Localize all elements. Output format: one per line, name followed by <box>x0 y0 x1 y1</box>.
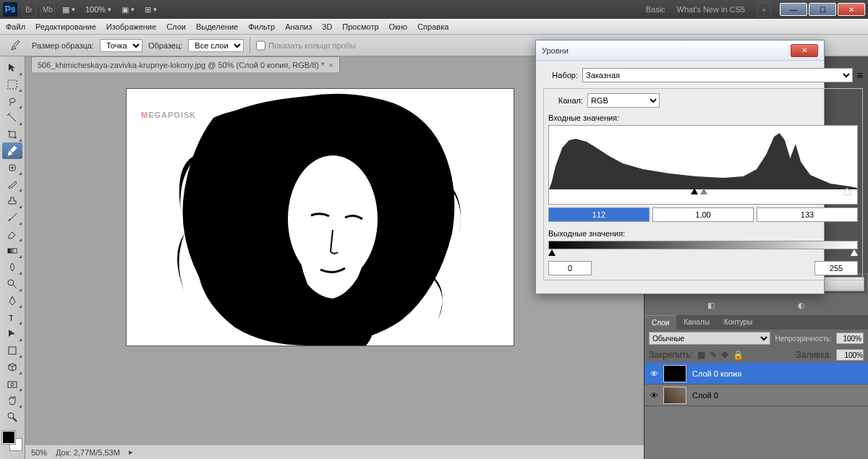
chevron-right-icon[interactable]: » <box>757 2 771 17</box>
input-black-field[interactable] <box>548 207 650 222</box>
layer-thumbnail[interactable] <box>663 387 686 404</box>
lock-position-icon[interactable]: ✥ <box>721 350 728 360</box>
current-tool-icon[interactable] <box>6 37 26 53</box>
fill-input[interactable] <box>836 349 864 361</box>
blend-mode-select[interactable]: Обычные <box>649 332 770 345</box>
layer-name[interactable]: Слой 0 <box>692 391 868 400</box>
lock-all-icon[interactable]: 🔒 <box>733 350 744 360</box>
brush-tool[interactable] <box>2 176 22 192</box>
menu-layer[interactable]: Слои <box>166 22 186 31</box>
layer-name[interactable]: Слой 0 копия <box>692 369 868 378</box>
lock-label: Закрепить: <box>649 350 693 360</box>
mb-icon[interactable]: Mb <box>41 2 55 17</box>
dialog-title: Уровни <box>542 46 569 55</box>
maximize-button[interactable]: ☐ <box>809 3 836 16</box>
minimize-button[interactable]: — <box>780 3 807 16</box>
show-ring-checkbox[interactable]: Показать кольцо пробы <box>256 39 356 52</box>
bridge-icon[interactable]: Br <box>22 2 36 17</box>
output-black-field[interactable] <box>548 261 592 275</box>
workspace-basic[interactable]: Basic <box>646 5 665 14</box>
output-white-field[interactable] <box>814 261 858 275</box>
ps-logo: Ps <box>3 2 17 17</box>
menu-3d[interactable]: 3D <box>322 22 332 31</box>
dialog-titlebar[interactable]: Уровни ✕ <box>536 40 824 61</box>
tab-close-icon[interactable]: × <box>328 61 333 69</box>
menu-image[interactable]: Изображение <box>106 22 156 31</box>
status-zoom[interactable]: 50% <box>31 448 47 457</box>
eraser-tool[interactable] <box>2 226 22 242</box>
menu-analysis[interactable]: Анализ <box>285 22 312 31</box>
svg-point-8 <box>8 413 14 419</box>
close-button[interactable]: ✕ <box>838 3 865 16</box>
sample-model-select[interactable]: Все слои <box>188 39 244 52</box>
output-gradient[interactable] <box>548 241 858 249</box>
hand-tool[interactable] <box>2 392 22 408</box>
pen-tool[interactable] <box>2 292 22 309</box>
visibility-icon[interactable]: 👁 <box>644 369 663 378</box>
input-white-slider[interactable] <box>843 188 851 194</box>
histogram[interactable] <box>548 125 858 205</box>
wand-tool[interactable] <box>2 109 22 126</box>
3d-tool[interactable] <box>2 359 22 375</box>
layer-row[interactable]: 👁 Слой 0 <box>644 385 868 406</box>
input-white-field[interactable] <box>757 207 858 222</box>
camera-tool[interactable] <box>2 375 22 392</box>
crop-tool[interactable] <box>2 126 22 142</box>
input-mid-slider[interactable] <box>700 188 707 194</box>
eyedropper-tool[interactable] <box>2 142 22 159</box>
svg-rect-6 <box>8 382 17 387</box>
healing-tool[interactable] <box>2 159 22 176</box>
lock-transparent-icon[interactable]: ▦ <box>697 350 705 360</box>
output-white-slider[interactable] <box>851 249 858 256</box>
type-tool[interactable]: T <box>2 309 22 325</box>
zoom-tool[interactable] <box>2 408 22 425</box>
zoom-dropdown[interactable]: 100% <box>82 4 114 15</box>
blur-tool[interactable] <box>2 259 22 275</box>
svg-text:T: T <box>9 314 14 322</box>
document-canvas[interactable]: MEGAPOISK <box>127 89 514 346</box>
shape-tool[interactable] <box>2 342 22 359</box>
workspace-whats-new[interactable]: What's New in CS5 <box>677 5 745 14</box>
fill-label: Заливка: <box>796 350 832 360</box>
move-tool[interactable] <box>2 59 22 76</box>
document-tab[interactable]: 506_khimicheskaya-zavivka-krupnye-lokony… <box>31 56 340 72</box>
channel-select[interactable]: RGB <box>587 93 660 108</box>
input-black-slider[interactable] <box>691 188 698 194</box>
extras-dropdown[interactable]: ⊞ <box>142 4 160 16</box>
layer-thumbnail[interactable] <box>663 365 686 382</box>
menu-help[interactable]: Справка <box>417 22 448 31</box>
dodge-tool[interactable] <box>2 275 22 292</box>
menu-window[interactable]: Окно <box>389 22 408 31</box>
menu-edit[interactable]: Редактирование <box>35 22 96 31</box>
screen-mode-dropdown[interactable]: ▣ <box>119 4 137 16</box>
input-mid-field[interactable] <box>652 207 754 222</box>
menu-file[interactable]: Файл <box>6 22 25 31</box>
lasso-tool[interactable] <box>2 93 22 109</box>
menu-select[interactable]: Выделение <box>196 22 238 31</box>
opacity-input[interactable] <box>836 333 864 344</box>
view-arrange-dropdown[interactable]: ▦ <box>59 4 78 16</box>
color-swatch[interactable] <box>2 431 22 451</box>
tab-channels[interactable]: Каналы <box>676 315 717 330</box>
layer-row-selected[interactable]: 👁 Слой 0 копия <box>644 363 868 385</box>
status-doc-size[interactable]: Док: 2,77M/5,53M <box>56 448 120 457</box>
menu-filter[interactable]: Фильтр <box>248 22 275 31</box>
menu-view[interactable]: Просмотр <box>342 22 378 31</box>
lock-pixels-icon[interactable]: ✎ <box>710 350 717 360</box>
marquee-tool[interactable] <box>2 76 22 93</box>
preset-select[interactable]: Заказная <box>582 68 853 82</box>
path-select-tool[interactable] <box>2 325 22 342</box>
adjust-icon-2[interactable]: ◐ <box>798 301 805 310</box>
tab-layers[interactable]: Слои <box>644 315 676 330</box>
gradient-tool[interactable] <box>2 242 22 259</box>
document-image <box>163 89 481 346</box>
sample-size-select[interactable]: Точка <box>100 39 142 52</box>
stamp-tool[interactable] <box>2 192 22 209</box>
dialog-close-button[interactable]: ✕ <box>791 44 818 57</box>
output-black-slider[interactable] <box>548 249 556 256</box>
history-brush-tool[interactable] <box>2 209 22 226</box>
visibility-icon[interactable]: 👁 <box>644 391 663 400</box>
adjust-icon-1[interactable]: ◧ <box>707 301 715 310</box>
preset-menu-icon[interactable]: ≡ <box>857 69 863 81</box>
tab-paths[interactable]: Контуры <box>717 315 760 330</box>
